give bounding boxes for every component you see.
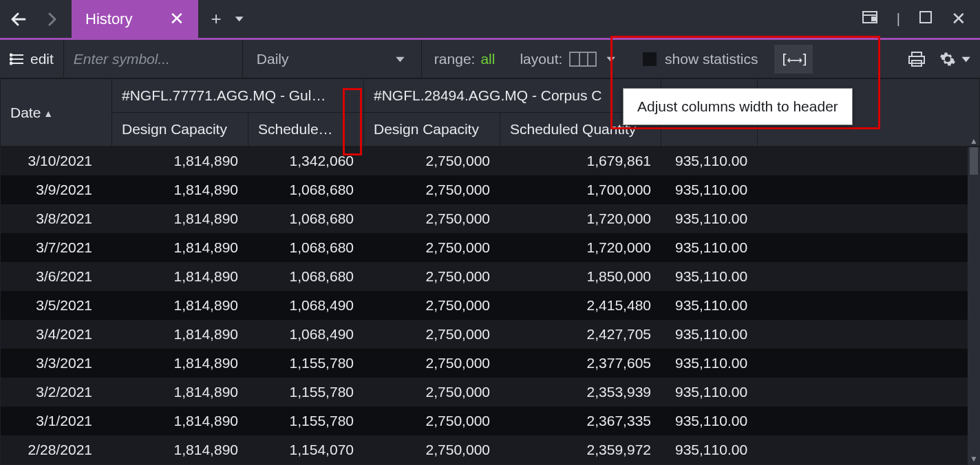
show-statistics-toggle[interactable]: show statistics bbox=[630, 51, 770, 67]
range-control[interactable]: range: all bbox=[422, 51, 508, 67]
cell-diff: 935,110.00 bbox=[661, 147, 758, 176]
scroll-up-icon[interactable]: ▲ bbox=[968, 136, 980, 146]
tab-close-icon[interactable]: ✕ bbox=[165, 8, 189, 30]
cell-dc1: 1,814,890 bbox=[112, 407, 248, 435]
tab-dropdown-icon[interactable]: ▼ bbox=[227, 11, 252, 27]
cell-sq2: 1,679,861 bbox=[500, 147, 661, 176]
cell-diff: 935,110.00 bbox=[661, 291, 758, 320]
table-row[interactable]: 2/28/20211,814,8901,154,0702,750,0002,35… bbox=[1, 435, 980, 464]
symbol-input[interactable]: Enter symbol... bbox=[64, 40, 243, 78]
table-row[interactable]: 3/10/20211,814,8901,342,0602,750,0001,67… bbox=[1, 147, 980, 176]
col-header-dc2[interactable]: Design Capacity bbox=[364, 113, 500, 147]
checkbox-icon[interactable] bbox=[643, 52, 657, 66]
cell-sq1: 1,068,680 bbox=[248, 204, 364, 233]
cell-dc2: 2,750,000 bbox=[364, 147, 500, 176]
edit-button[interactable]: edit bbox=[0, 40, 64, 78]
table-row[interactable]: 3/8/20211,814,8901,068,6802,750,0001,720… bbox=[1, 204, 980, 233]
cell-diff: 935,110.00 bbox=[661, 262, 758, 291]
cell-sq2: 2,367,335 bbox=[500, 407, 661, 435]
chevron-down-icon: ▼ bbox=[393, 51, 407, 67]
scroll-thumb[interactable] bbox=[970, 147, 978, 175]
table-row[interactable]: 3/5/20211,814,8901,068,4902,750,0002,415… bbox=[1, 291, 980, 320]
cell-date: 3/6/2021 bbox=[1, 262, 112, 291]
cell-date: 3/1/2021 bbox=[1, 407, 112, 435]
toolbar: edit Enter symbol... Daily ▼ range: all … bbox=[0, 40, 980, 78]
edit-label: edit bbox=[30, 51, 54, 67]
cell-dc1: 1,814,890 bbox=[112, 147, 248, 176]
cell-dc2: 2,750,000 bbox=[364, 233, 500, 262]
chevron-down-icon: ▼ bbox=[959, 51, 973, 67]
cell-spacer bbox=[758, 147, 980, 176]
cell-diff: 935,110.00 bbox=[661, 349, 758, 378]
col-header-sq1[interactable]: Schedule… bbox=[248, 113, 364, 147]
cell-sq2: 2,359,972 bbox=[500, 435, 661, 464]
svg-point-9 bbox=[10, 62, 12, 64]
cell-sq1: 1,154,070 bbox=[248, 435, 364, 464]
cell-spacer bbox=[758, 233, 980, 262]
cell-dc2: 2,750,000 bbox=[364, 291, 500, 320]
cell-spacer bbox=[758, 262, 980, 291]
table-row[interactable]: 3/9/20211,814,8901,068,6802,750,0001,700… bbox=[1, 175, 980, 204]
cell-sq2: 1,700,000 bbox=[500, 175, 661, 204]
table-row[interactable]: 3/2/20211,814,8901,155,7802,750,0002,353… bbox=[1, 378, 980, 407]
nav-back-icon[interactable] bbox=[10, 11, 29, 28]
cell-spacer bbox=[758, 291, 980, 320]
cell-date: 3/10/2021 bbox=[1, 147, 112, 176]
cell-dc1: 1,814,890 bbox=[112, 175, 248, 204]
window-controls: | ✕ bbox=[862, 8, 980, 30]
cell-dc1: 1,814,890 bbox=[112, 320, 248, 349]
tooltip-adjust-columns: Adjust columns width to header bbox=[623, 88, 853, 125]
adjust-columns-button[interactable]: [←→] bbox=[774, 45, 813, 74]
layout-control: layout: ▼ bbox=[507, 51, 630, 67]
table-row[interactable]: 3/6/20211,814,8901,068,6802,750,0001,850… bbox=[1, 262, 980, 291]
cell-dc1: 1,814,890 bbox=[112, 262, 248, 291]
col-header-dc1[interactable]: Design Capacity bbox=[112, 113, 248, 147]
cell-dc2: 2,750,000 bbox=[364, 320, 500, 349]
tab-label: History bbox=[85, 10, 132, 28]
cell-date: 2/28/2021 bbox=[1, 435, 112, 464]
table-row[interactable]: 3/3/20211,814,8901,155,7802,750,0002,377… bbox=[1, 349, 980, 378]
cell-date: 3/5/2021 bbox=[1, 291, 112, 320]
cell-date: 3/4/2021 bbox=[1, 320, 112, 349]
tab-history[interactable]: History ✕ bbox=[72, 0, 198, 38]
cell-diff: 935,110.00 bbox=[661, 204, 758, 233]
tab-add-icon[interactable]: + bbox=[205, 8, 226, 30]
nav-forward-icon[interactable] bbox=[39, 11, 58, 28]
cell-spacer bbox=[758, 378, 980, 407]
cell-sq2: 2,377,605 bbox=[500, 349, 661, 378]
cell-dc1: 1,814,890 bbox=[112, 204, 248, 233]
vertical-scrollbar[interactable]: ▲ ▼ bbox=[968, 147, 980, 465]
cell-spacer bbox=[758, 320, 980, 349]
cell-sq1: 1,068,490 bbox=[248, 291, 364, 320]
cell-sq1: 1,068,680 bbox=[248, 262, 364, 291]
cell-diff: 935,110.00 bbox=[661, 378, 758, 407]
table-row[interactable]: 3/4/20211,814,8901,068,4902,750,0002,427… bbox=[1, 320, 980, 349]
table-row[interactable]: 3/1/20211,814,8901,155,7802,750,0002,367… bbox=[1, 407, 980, 435]
interval-select[interactable]: Daily ▼ bbox=[243, 40, 422, 78]
window-maximize-icon[interactable] bbox=[919, 11, 932, 27]
scroll-down-icon[interactable]: ▼ bbox=[968, 454, 980, 464]
window-popout-icon[interactable] bbox=[862, 11, 877, 27]
settings-icon[interactable]: ▼ bbox=[933, 51, 980, 67]
table-row[interactable]: 3/7/20211,814,8901,068,6802,750,0001,720… bbox=[1, 233, 980, 262]
col-group-1[interactable]: #NGFL.77771.AGG.MQ - Gul… bbox=[112, 79, 364, 113]
layout-label: layout: bbox=[520, 51, 562, 67]
cell-sq2: 2,353,939 bbox=[500, 378, 661, 407]
titlebar: History ✕ + ▼ | ✕ bbox=[0, 0, 980, 40]
layout-columns-icon[interactable] bbox=[569, 52, 597, 67]
window-close-icon[interactable]: ✕ bbox=[951, 8, 966, 30]
cell-sq1: 1,155,780 bbox=[248, 407, 364, 435]
cell-date: 3/8/2021 bbox=[1, 204, 112, 233]
print-icon[interactable] bbox=[901, 51, 933, 67]
sort-asc-icon: ▲ bbox=[43, 108, 53, 119]
cell-dc1: 1,814,890 bbox=[112, 378, 248, 407]
chevron-down-icon[interactable]: ▼ bbox=[604, 51, 618, 67]
cell-sq2: 2,415,480 bbox=[500, 291, 661, 320]
col-header-date[interactable]: Date▲ bbox=[1, 79, 112, 147]
col-group-2[interactable]: #NGFL.28494.AGG.MQ - Corpus C bbox=[364, 79, 661, 113]
cell-sq2: 1,720,000 bbox=[500, 233, 661, 262]
cell-spacer bbox=[758, 435, 980, 464]
cell-spacer bbox=[758, 349, 980, 378]
interval-value: Daily bbox=[257, 51, 289, 67]
cell-dc2: 2,750,000 bbox=[364, 175, 500, 204]
